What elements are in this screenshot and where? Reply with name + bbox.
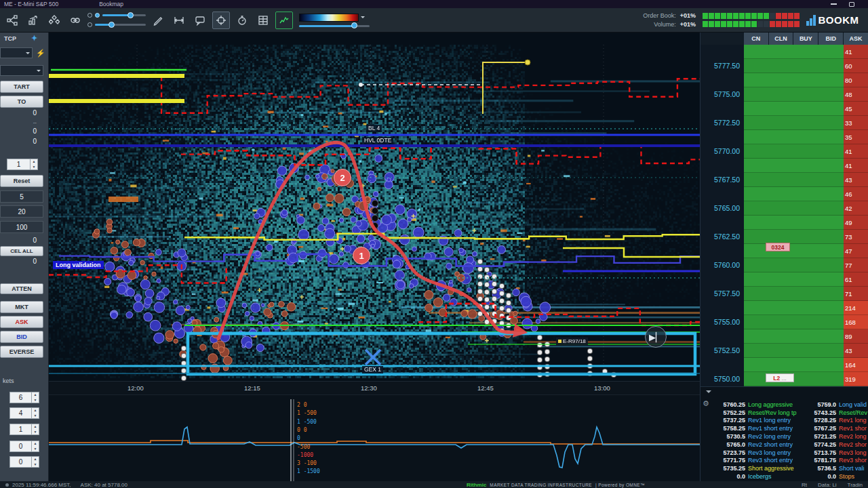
replay-play-button[interactable]: ▶▏: [645, 326, 667, 348]
palette-range-slider[interactable]: [299, 25, 370, 27]
ladder-ask-cell[interactable]: 42: [844, 201, 868, 216]
volume-bar[interactable]: [703, 21, 800, 27]
ladder-header-cln[interactable]: CLN: [769, 33, 793, 45]
strategy-combo[interactable]: [0, 65, 43, 76]
ladder-ask-cell[interactable]: 41: [844, 144, 868, 159]
ladder-buy-cell[interactable]: [744, 73, 844, 87]
qty-preset-5[interactable]: 5: [0, 190, 43, 203]
step-down-icon[interactable]: ▼: [32, 430, 39, 435]
ladder-ask-cell[interactable]: 49: [844, 216, 868, 230]
ladder-ask-cell[interactable]: 71: [844, 287, 868, 301]
heatmap-opacity-slider[interactable]: [102, 14, 146, 16]
stepper-arrows[interactable]: ▲▼: [31, 424, 39, 434]
stepper-arrows[interactable]: ▲▼: [31, 392, 39, 403]
maximize-button[interactable]: [849, 2, 854, 7]
step-up-icon[interactable]: ▲: [32, 392, 39, 398]
ladder-ask-cell[interactable]: 43: [844, 344, 868, 358]
ladder-buy-cell[interactable]: [744, 244, 844, 258]
gear-icon[interactable]: ⚙: [703, 399, 709, 408]
ladder-header-buy[interactable]: BUY: [793, 33, 818, 45]
layout-icon[interactable]: [3, 12, 21, 29]
cursor-star-icon[interactable]: ✦: [31, 34, 37, 43]
ladder-ask-cell[interactable]: 214: [844, 301, 868, 315]
cancel-all-button[interactable]: CEL ALL: [0, 246, 43, 256]
ladder-buy-cell[interactable]: [744, 144, 844, 159]
ladder-buy-cell[interactable]: [744, 230, 844, 244]
time-axis[interactable]: 12:0012:1512:3012:4513:00: [49, 381, 700, 394]
volume-profile-icon[interactable]: [275, 12, 293, 29]
bracket-stepper-4[interactable]: 0▲▼: [9, 441, 39, 452]
step-down-icon[interactable]: ▼: [32, 398, 39, 403]
order-size-stepper[interactable]: 1 ▲▼: [7, 159, 38, 170]
qty-preset-20[interactable]: 20: [0, 205, 43, 218]
ladder-ask-cell[interactable]: 41: [844, 159, 868, 173]
step-down-icon[interactable]: ▼: [32, 447, 39, 452]
annotation-circle-2[interactable]: 2: [334, 169, 351, 186]
ladder-ask-cell[interactable]: 164: [844, 358, 868, 372]
stepper-arrows[interactable]: ▲▼: [31, 441, 39, 451]
step-up-icon[interactable]: ▲: [32, 424, 39, 430]
ladder-buy-cell[interactable]: [744, 159, 844, 173]
link-icon[interactable]: [66, 12, 84, 29]
step-down-icon[interactable]: ▼: [32, 462, 39, 468]
ladder-buy-cell[interactable]: [744, 344, 844, 358]
ladder-buy-cell[interactable]: [744, 173, 844, 187]
bracket-stepper-2[interactable]: 4▲▼: [9, 407, 39, 419]
ladder-header-bid[interactable]: BID: [818, 33, 843, 45]
instrument-combo[interactable]: [0, 47, 33, 58]
volume-delta-panel[interactable]: 2 01 -5001 -5000 00-500-10003 -1001 -150…: [49, 394, 700, 481]
ladder-ask-cell[interactable]: 48: [844, 87, 868, 102]
ladder-ask-cell[interactable]: 46: [844, 187, 868, 201]
ladder-ask-cell[interactable]: 41: [844, 45, 868, 59]
annotation-circle-1[interactable]: 1: [353, 247, 370, 264]
step-up-icon[interactable]: ▲: [32, 457, 39, 462]
order-handle[interactable]: [525, 60, 530, 65]
chart-columns-icon[interactable]: [24, 12, 42, 29]
ladder-ask-cell[interactable]: 80: [844, 73, 868, 87]
ladder-buy-cell[interactable]: [744, 201, 844, 216]
ladder-ask-cell[interactable]: 89: [844, 329, 868, 344]
stopwatch-icon[interactable]: [233, 12, 251, 29]
blocks-icon[interactable]: [45, 12, 63, 29]
pencil-icon[interactable]: [149, 12, 167, 29]
ladder-buy-cell[interactable]: [744, 59, 844, 73]
stepper-arrows[interactable]: ▲▼: [30, 159, 37, 169]
reset-button[interactable]: Reset: [0, 175, 43, 187]
ladder-buy-cell[interactable]: [744, 258, 844, 272]
bracket-stepper-3[interactable]: 1▲▼: [9, 424, 39, 435]
ladder-buy-cell[interactable]: [744, 272, 844, 287]
reverse-button[interactable]: EVERSE: [0, 346, 43, 358]
stepper-arrows[interactable]: ▲▼: [31, 408, 39, 418]
ladder-ask-cell[interactable]: 77: [844, 258, 868, 272]
ladder-buy-cell[interactable]: [744, 116, 844, 130]
step-up-icon[interactable]: ▲: [32, 408, 39, 413]
ladder-buy-cell[interactable]: [744, 358, 844, 372]
step-up-icon[interactable]: ▲: [31, 159, 37, 165]
auto-button[interactable]: TO: [0, 96, 43, 108]
ladder-buy-cell[interactable]: [744, 187, 844, 201]
ladder-buy-cell[interactable]: [744, 45, 844, 59]
measure-icon[interactable]: [170, 12, 188, 29]
step-up-icon[interactable]: ▲: [32, 441, 39, 447]
stepper-arrows[interactable]: ▲▼: [31, 457, 39, 467]
ladder-ask-cell[interactable]: 47: [844, 244, 868, 258]
ladder-buy-cell[interactable]: [744, 287, 844, 301]
ladder-buy-cell[interactable]: [744, 301, 844, 315]
ladder-buy-cell[interactable]: [744, 87, 844, 102]
ladder-ask-cell[interactable]: 45: [844, 102, 868, 116]
ladder-ask-cell[interactable]: 73: [844, 230, 868, 244]
minimize-button[interactable]: [831, 3, 837, 5]
bid-button[interactable]: BID: [0, 331, 43, 343]
flatten-button[interactable]: ATTEN: [0, 283, 43, 294]
bracket-stepper-5[interactable]: 0▲▼: [9, 456, 39, 468]
chevron-down-icon[interactable]: [706, 390, 711, 396]
ladder-header-ask[interactable]: ASK: [844, 33, 868, 45]
ladder-buy-cell[interactable]: [744, 216, 844, 230]
volume-opacity-slider[interactable]: [95, 24, 146, 26]
step-down-icon[interactable]: ▼: [32, 413, 39, 419]
heatmap-palette-bar[interactable]: [299, 14, 359, 22]
ladder-buy-cell[interactable]: [744, 315, 844, 329]
heatmap-chart[interactable]: BL 4 HVL 0DTE GEX 1 Long validation E-R9…: [49, 33, 700, 381]
ladder-buy-cell[interactable]: [744, 130, 844, 144]
chevron-down-icon[interactable]: [361, 16, 365, 20]
